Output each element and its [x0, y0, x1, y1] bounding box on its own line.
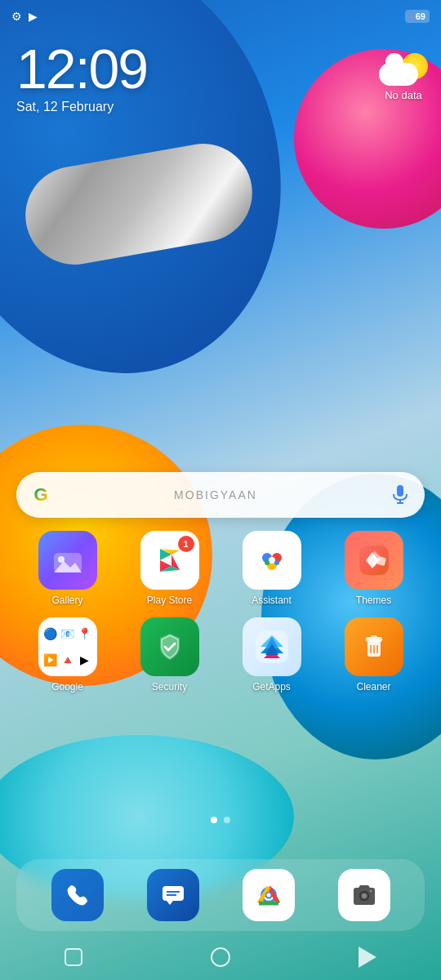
app-grid: Gallery 1: [16, 531, 425, 693]
dock-app-camera[interactable]: [338, 869, 390, 921]
weather-cloud-icon: [379, 63, 418, 86]
status-right-icons: × 69: [405, 10, 430, 23]
clock-date: Sat, 12 February: [16, 100, 147, 114]
cleaner-label: Cleaner: [356, 681, 390, 693]
gallery-icon: [38, 531, 97, 590]
gallery-label: Gallery: [51, 595, 82, 606]
getapps-icon: [243, 617, 301, 676]
battery-level: 69: [416, 11, 425, 21]
search-bar[interactable]: G MOBIGYAAN: [16, 472, 425, 518]
app-item-gallery[interactable]: Gallery: [20, 531, 115, 606]
playstore-icon: 1: [140, 531, 199, 590]
recents-icon: [65, 948, 82, 966]
clock-time: 12:09: [16, 41, 147, 96]
status-bar: ⚙ ▶ × 69: [0, 0, 441, 33]
mic-icon: [392, 485, 408, 505]
app-item-themes[interactable]: Themes: [326, 531, 421, 606]
clock-area: 12:09 Sat, 12 February: [16, 41, 147, 114]
battery-x-icon: ×: [409, 12, 413, 20]
app-item-cleaner[interactable]: Cleaner: [326, 617, 421, 693]
security-icon: [140, 617, 199, 676]
google-m: 📧: [60, 627, 75, 640]
playstore-badge: 1: [178, 536, 194, 552]
nav-recents-button[interactable]: [56, 939, 91, 975]
google-label: Google: [51, 681, 83, 693]
getapps-label: GetApps: [252, 681, 291, 693]
security-label: Security: [152, 681, 187, 693]
app-item-google[interactable]: 🔵 📧 📍 ▶️ 🔺 ▶ Google: [20, 617, 115, 693]
page-indicator: [0, 817, 441, 823]
nav-bar: [0, 934, 441, 980]
google-play: ▶: [78, 653, 92, 666]
status-left-icons: ⚙ ▶: [11, 10, 38, 23]
battery-indicator: × 69: [405, 10, 430, 23]
assistant-icon: [243, 531, 301, 590]
weather-widget: No data: [379, 53, 428, 101]
svg-point-42: [362, 894, 366, 898]
svg-point-39: [266, 893, 270, 898]
assistant-label: Assistant: [252, 595, 292, 606]
svg-point-43: [369, 890, 372, 893]
svg-rect-0: [397, 485, 403, 497]
themes-icon: [345, 531, 403, 590]
nav-back-button[interactable]: [350, 939, 385, 975]
weather-icon: [379, 53, 428, 86]
search-brand-text: MOBIGYAAN: [52, 488, 379, 501]
app-item-assistant[interactable]: Assistant: [224, 531, 319, 606]
cleaner-icon: [345, 617, 403, 676]
svg-point-17: [265, 560, 270, 565]
dock: [16, 859, 425, 931]
weather-label: No data: [385, 89, 422, 101]
google-drive: 🔺: [60, 653, 75, 666]
google-g-logo: G: [29, 483, 52, 506]
chrome-icon: [243, 869, 295, 921]
themes-label: Themes: [356, 595, 391, 606]
dock-app-messages[interactable]: [147, 869, 199, 921]
google-youtube: ▶️: [43, 653, 58, 666]
back-icon: [359, 947, 376, 968]
phone-icon: [51, 869, 104, 921]
settings-icon: ⚙: [11, 10, 22, 23]
app-item-getapps[interactable]: GetApps: [224, 617, 319, 693]
page-dot-1: [211, 817, 217, 823]
dock-app-chrome[interactable]: [243, 869, 295, 921]
nav-home-button[interactable]: [203, 939, 238, 975]
playstore-label: Play Store: [147, 595, 192, 606]
google-icon: 🔵 📧 📍 ▶️ 🔺 ▶: [38, 617, 97, 676]
camera-icon: [338, 869, 390, 921]
svg-rect-27: [371, 635, 377, 639]
play-icon: ▶: [29, 10, 38, 23]
page-dot-2: [224, 817, 230, 823]
messages-icon: [147, 869, 199, 921]
home-icon: [211, 947, 230, 967]
svg-point-16: [269, 557, 275, 564]
google-g: 🔵: [43, 627, 58, 640]
svg-point-18: [274, 560, 279, 565]
google-maps: 📍: [78, 627, 92, 640]
svg-rect-31: [163, 886, 184, 901]
voice-search-button[interactable]: [389, 483, 412, 506]
app-item-playstore[interactable]: 1: [122, 531, 217, 606]
app-item-security[interactable]: Security: [122, 617, 217, 693]
svg-marker-32: [167, 901, 173, 905]
dock-app-phone[interactable]: [51, 869, 104, 921]
